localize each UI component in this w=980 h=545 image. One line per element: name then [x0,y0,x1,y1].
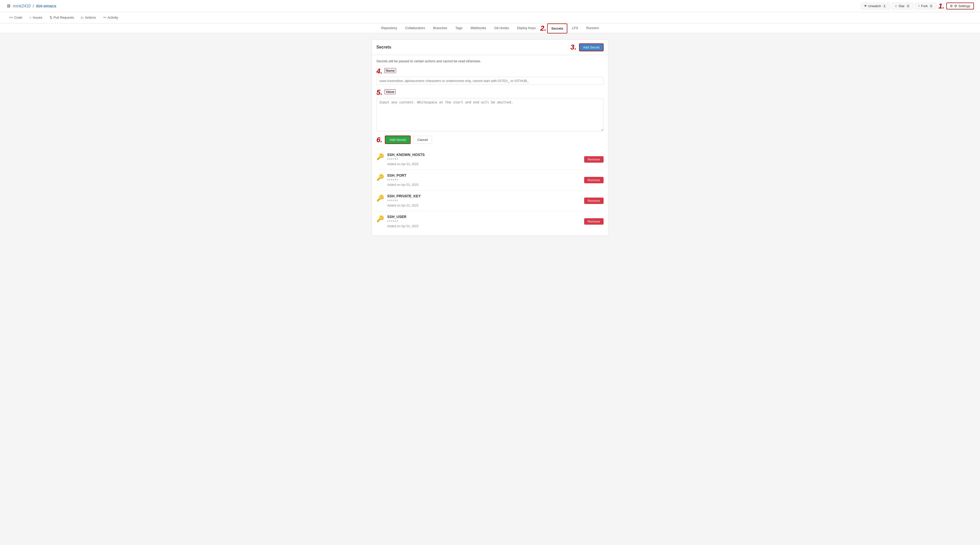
tab-repository[interactable]: Repository [378,24,401,33]
key-icon: 🔑 [376,194,384,202]
secret-left: 🔑 SSH_PORT ****** Added on Apr 01, 2023 [376,173,418,186]
tab-secrets[interactable]: Secrets [547,24,567,33]
repo-name-link[interactable]: dot-emacs [36,4,56,8]
star-icon: ☆ [894,4,897,8]
secrets-section: Secrets 3. Add Secret Secrets will be pa… [372,39,608,236]
secret-name: SSH_PORT [387,173,418,177]
secret-name: SSH_USER [387,215,418,219]
tab-runners[interactable]: Runners [583,24,602,33]
annotation-2: 2. [540,24,546,32]
tab-branches[interactable]: Branches [430,24,451,33]
settings-tabs: Repository Collaborators Branches Tags W… [0,24,980,33]
annotation-6: 6. [376,136,382,144]
section-header: Secrets 3. Add Secret [372,40,608,55]
secret-left: 🔑 SSH_USER ****** Added on Apr 01, 2023 [376,215,418,228]
nav-actions-label: Actions [85,16,96,19]
nav-code[interactable]: <> Code [6,13,25,22]
repo-owner-link[interactable]: mmk2410 [13,4,30,8]
actions-icon: ▷ [81,16,84,19]
annotation-5: 5. [376,88,382,97]
key-icon: 🔑 [376,153,384,160]
main-content: Secrets 3. Add Secret Secrets will be pa… [368,39,612,236]
secret-date: Added on Apr 01, 2023 [387,183,418,186]
fork-icon: ⑂ [918,4,920,8]
gear-icon: ⚙ [950,4,953,8]
secret-date: Added on Apr 01, 2023 [387,204,421,207]
eye-icon: 👁 [864,4,867,8]
star-label: Star [899,4,905,8]
nav-issues[interactable]: ○ Issues [26,13,45,22]
activity-icon: 〜 [103,15,107,20]
secret-left: 🔑 SSH_PRIVATE_KEY ****** Added on Apr 01… [376,194,421,207]
section-body: Secrets will be passed to certain action… [372,55,608,236]
value-textarea[interactable] [376,98,604,131]
annotation-4: 4. [376,67,382,75]
annotation-1: 1. [939,2,944,10]
secret-name: SSH_PRIVATE_KEY [387,194,421,198]
sub-navigation: <> Code ○ Issues ⇅ Pull Requests ▷ Actio… [0,12,980,24]
add-secret-submit-button[interactable]: Add Secret [385,135,410,144]
unwatch-button[interactable]: 👁 Unwatch 1 [861,3,890,9]
secret-item-ssh-port: 🔑 SSH_PORT ****** Added on Apr 01, 2023 … [376,169,604,190]
tab-lfs[interactable]: LFS [568,24,582,33]
value-form-group: 5. Value [376,88,604,132]
remove-ssh-known-hosts-button[interactable]: Remove [584,156,604,163]
secret-dots: ****** [387,220,418,224]
secret-info: SSH_PORT ****** Added on Apr 01, 2023 [387,173,418,186]
secret-left: 🔑 SSH_KNOWN_HOSTS ****** Added on Apr 01… [376,153,425,166]
star-button[interactable]: ☆ Star 0 [892,3,913,9]
name-input[interactable] [376,77,604,85]
settings-button[interactable]: ⚙ ⚙ Settings [946,3,974,10]
secret-item-ssh-private-key: 🔑 SSH_PRIVATE_KEY ****** Added on Apr 01… [376,190,604,211]
nav-pr-label: Pull Requests [54,16,74,19]
secret-dots: ****** [387,199,421,203]
top-navigation: 🖥 mmk2410 / dot-emacs 👁 Unwatch 1 ☆ Star… [0,0,980,12]
key-icon: 🔑 [376,215,384,222]
name-label: Name [384,68,396,73]
secret-name: SSH_KNOWN_HOSTS [387,153,425,157]
fork-label: Fork [921,4,928,8]
section-title: Secrets [376,45,391,49]
fork-count: 0 [929,4,934,8]
remove-ssh-port-button[interactable]: Remove [584,177,604,183]
nav-activity[interactable]: 〜 Activity [100,13,121,23]
cancel-button[interactable]: Cancel [413,136,432,144]
key-icon: 🔑 [376,174,384,181]
unwatch-label: Unwatch [868,4,881,8]
add-secret-top-button[interactable]: Add Secret [579,43,604,51]
nav-code-label: Code [14,16,22,19]
repo-title: 🖥 mmk2410 / dot-emacs [6,3,56,9]
value-label: Value [384,89,396,94]
fork-button[interactable]: ⑂ Fork 0 [915,3,936,9]
header-actions: 👁 Unwatch 1 ☆ Star 0 ⑂ Fork 0 1. ⚙ ⚙ Set… [861,2,974,10]
issues-icon: ○ [29,16,32,19]
remove-ssh-user-button[interactable]: Remove [584,218,604,225]
star-count: 0 [906,4,911,8]
repo-icon: 🖥 [6,3,11,9]
tab-deploy-keys[interactable]: Deploy Keys [514,24,539,33]
tab-git-hooks[interactable]: Git Hooks [491,24,512,33]
secret-dots: ****** [387,178,418,182]
remove-ssh-private-key-button[interactable]: Remove [584,198,604,204]
secret-info: SSH_USER ****** Added on Apr 01, 2023 [387,215,418,228]
name-form-group: 4. Name [376,67,604,85]
tab-collaborators[interactable]: Collaborators [402,24,428,33]
nav-actions[interactable]: ▷ Actions [78,13,99,22]
settings-label: ⚙ Settings [954,4,970,8]
secrets-list: 🔑 SSH_KNOWN_HOSTS ****** Added on Apr 01… [376,149,604,231]
code-icon: <> [9,16,13,19]
secret-info: SSH_PRIVATE_KEY ****** Added on Apr 01, … [387,194,421,207]
section-description: Secrets will be passed to certain action… [376,59,604,63]
nav-activity-label: Activity [108,16,118,19]
nav-pull-requests[interactable]: ⇅ Pull Requests [46,13,77,22]
unwatch-count: 1 [882,4,887,8]
form-actions: 6. Add Secret Cancel [376,135,604,144]
secret-dots: ****** [387,158,425,162]
tab-webhooks[interactable]: Webhooks [467,24,490,33]
secret-info: SSH_KNOWN_HOSTS ****** Added on Apr 01, … [387,153,425,166]
secret-item-ssh-known-hosts: 🔑 SSH_KNOWN_HOSTS ****** Added on Apr 01… [376,149,604,169]
tab-tags[interactable]: Tags [452,24,466,33]
repo-separator: / [33,4,34,8]
secret-item-ssh-user: 🔑 SSH_USER ****** Added on Apr 01, 2023 … [376,211,604,231]
pr-icon: ⇅ [49,16,52,19]
